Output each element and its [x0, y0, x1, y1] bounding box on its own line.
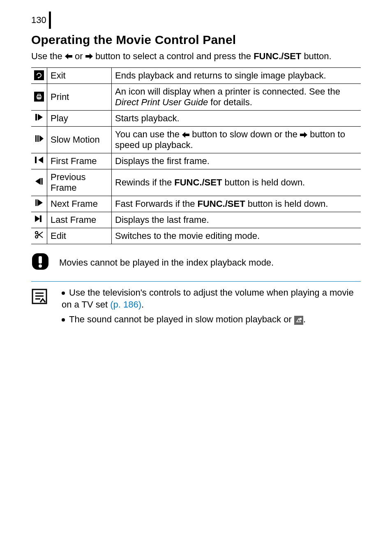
tip-item: Use the television's controls to adjust …	[62, 287, 361, 311]
last-frame-icon	[34, 214, 44, 224]
warning-text: Movies cannot be played in the index pla…	[59, 253, 274, 268]
edit-icon	[34, 230, 44, 240]
svg-rect-22	[40, 215, 42, 222]
row-name: Last Frame	[47, 212, 112, 228]
table-row: Previous Frame Rewinds if the FUNC./SET …	[31, 169, 361, 196]
slow-motion-icon	[34, 134, 44, 143]
intro-text: Use the or button to select a control an…	[31, 50, 361, 62]
row-name: Slow Motion	[47, 126, 112, 153]
svg-rect-4	[38, 94, 40, 96]
svg-marker-11	[182, 132, 189, 138]
svg-rect-13	[35, 157, 37, 163]
svg-marker-10	[39, 135, 44, 142]
svg-marker-7	[38, 114, 43, 120]
svg-marker-14	[38, 157, 43, 163]
page-number: 130	[31, 15, 49, 25]
warning-callout: Movies cannot be played in the index pla…	[31, 253, 361, 271]
tip-item: The sound cannot be played in slow motio…	[62, 313, 361, 326]
table-row: Next Frame Fast Forwards if the FUNC./SE…	[31, 196, 361, 212]
table-row: Play Starts playback.	[31, 110, 361, 126]
svg-marker-15	[35, 178, 40, 185]
svg-rect-37	[300, 318, 302, 320]
svg-marker-21	[35, 215, 40, 222]
row-desc: Fast Forwards if the FUNC./SET button is…	[112, 196, 361, 212]
row-desc: Starts playback.	[112, 110, 361, 126]
page-reference-link[interactable]: (p. 186)	[110, 299, 141, 310]
svg-rect-9	[37, 135, 39, 142]
intro-button-name: FUNC./SET	[254, 51, 301, 61]
table-row: Slow Motion You can use the button to sl…	[31, 126, 361, 153]
page-number-block: 130	[31, 12, 361, 29]
previous-frame-icon	[34, 176, 44, 186]
intro-suffix: button to select a control and press the	[95, 51, 254, 61]
row-desc: Rewinds if the FUNC./SET button is held …	[112, 169, 361, 196]
table-row: First Frame Displays the first frame.	[31, 153, 361, 169]
next-frame-icon	[34, 198, 44, 208]
table-row: Print An icon will display when a printe…	[31, 83, 361, 110]
row-name: Exit	[47, 67, 112, 83]
row-name: First Frame	[47, 153, 112, 169]
svg-rect-18	[35, 199, 36, 206]
left-arrow-icon	[65, 51, 75, 61]
svg-rect-17	[42, 178, 43, 185]
exit-icon	[34, 70, 44, 80]
svg-marker-20	[38, 199, 43, 206]
right-arrow-icon	[300, 132, 307, 138]
table-row: Edit Switches to the movie editing mode.	[31, 228, 361, 244]
row-desc: Ends playback and returns to single imag…	[112, 67, 361, 83]
divider	[31, 281, 361, 282]
tips-block: Use the television's controls to adjust …	[31, 287, 361, 328]
intro-end: button.	[304, 51, 331, 61]
svg-marker-12	[300, 132, 307, 138]
section-heading: Operating the Movie Control Panel	[31, 33, 361, 47]
warning-icon	[31, 252, 49, 271]
svg-marker-1	[85, 53, 93, 59]
svg-marker-2	[37, 77, 39, 79]
print-icon	[34, 92, 44, 102]
intro-prefix: Use the	[31, 51, 65, 61]
svg-rect-8	[35, 135, 37, 142]
time-lapse-icon	[294, 316, 303, 325]
row-desc: Displays the last frame.	[112, 212, 361, 228]
svg-rect-19	[37, 199, 37, 206]
svg-rect-29	[39, 256, 42, 264]
table-row: Last Frame Displays the last frame.	[31, 212, 361, 228]
svg-rect-16	[41, 178, 42, 185]
svg-rect-6	[35, 114, 37, 120]
row-name: Previous Frame	[47, 169, 112, 196]
note-icon	[31, 288, 48, 305]
svg-point-30	[39, 264, 42, 268]
row-desc: Switches to the movie editing mode.	[112, 228, 361, 244]
svg-marker-0	[65, 53, 72, 59]
row-desc: Displays the first frame.	[112, 153, 361, 169]
page-number-bar	[49, 12, 51, 29]
svg-marker-23	[42, 215, 44, 222]
row-desc: An icon will display when a printer is c…	[112, 83, 361, 110]
row-name: Play	[47, 110, 112, 126]
row-name: Print	[47, 83, 112, 110]
play-icon	[34, 112, 44, 122]
controls-table: Exit Ends playback and returns to single…	[31, 67, 361, 244]
row-name: Edit	[47, 228, 112, 244]
first-frame-icon	[34, 155, 44, 165]
intro-mid: or	[75, 51, 85, 61]
right-arrow-icon	[85, 51, 95, 61]
left-arrow-icon	[182, 132, 189, 138]
table-row: Exit Ends playback and returns to single…	[31, 67, 361, 83]
row-desc: You can use the button to slow down or t…	[112, 126, 361, 153]
row-name: Next Frame	[47, 196, 112, 212]
